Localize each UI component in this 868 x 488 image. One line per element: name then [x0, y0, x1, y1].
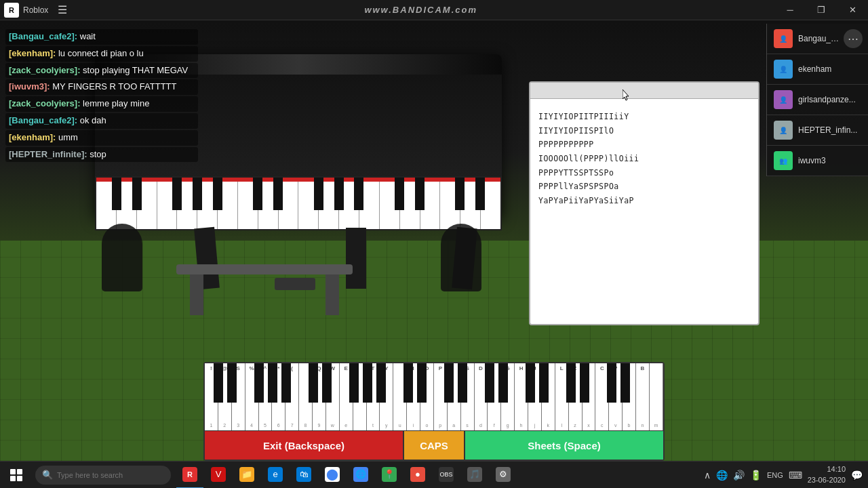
key-bottom-label: e — [344, 423, 347, 428]
key-bottom-label: 1 — [210, 423, 212, 428]
minimize-button[interactable]: ─ — [774, 0, 806, 20]
piano-black-key[interactable] — [214, 363, 223, 403]
start-button[interactable] — [0, 462, 33, 489]
player-list-item[interactable]: 👤ekenham — [767, 54, 868, 85]
piano-white-key[interactable]: Bn — [636, 363, 650, 430]
taskbar-app-media[interactable]: ● — [404, 462, 431, 489]
piano-black-key[interactable] — [539, 363, 549, 403]
piano-black-key[interactable] — [403, 363, 413, 403]
piano-black-key[interactable] — [417, 363, 427, 403]
piano-black-key[interactable] — [254, 363, 264, 403]
chat-panel: [Bangau_cafe2]: wait[ekenham]: lu connec… — [0, 24, 203, 169]
piano-ui-buttons: Exit (Backspace) CAPS Sheets (Space) — [205, 431, 663, 460]
taskbar-app-roblox[interactable]: R — [176, 462, 203, 489]
hamburger-icon[interactable]: ☰ — [58, 3, 67, 16]
piano-black-key[interactable] — [322, 363, 332, 403]
piano-black-key[interactable] — [227, 363, 237, 403]
sheet-music-line: PPPPllYaSPSPSPOa — [538, 180, 750, 194]
taskbar-app-store[interactable]: 🛍 — [290, 462, 317, 489]
chat-message: wait — [77, 31, 96, 41]
piano-keyboard-ui[interactable]: !1@2S3%4^5*6(78Q9WwEeTtYyuIiOoPpaSsDdfGg… — [203, 362, 665, 461]
search-icon: 🔍 — [42, 470, 53, 480]
player-list: ⋯ 👤Bangau_cafe2👤ekenham👤girlsandpanze...… — [766, 24, 868, 176]
piano-black-key[interactable] — [281, 363, 291, 403]
taskbar-app-obs[interactable]: OBS — [433, 462, 460, 489]
sheets-button[interactable]: Sheets (Space) — [465, 431, 663, 460]
player-name: ekenham — [798, 64, 831, 74]
chat-username: [Bangau_cafe2]: — [9, 115, 77, 125]
key-bottom-label: s — [466, 423, 469, 428]
key-top-label: ( — [291, 365, 293, 371]
key-bottom-label: n — [641, 423, 644, 428]
search-box[interactable]: 🔍 — [35, 466, 171, 485]
player-avatar: 👤 — [774, 60, 793, 79]
key-bottom-label: 2 — [223, 423, 226, 428]
piano-black-key[interactable] — [363, 363, 372, 403]
taskbar-app-maps[interactable]: 📍 — [376, 462, 403, 489]
key-bottom-label: k — [547, 423, 550, 428]
piano-black-key[interactable] — [444, 363, 454, 403]
taskbar-app-chrome2[interactable]: 🌐 — [347, 462, 374, 489]
battery-icon[interactable]: 🔋 — [750, 470, 762, 481]
taskbar-app-vivaldi[interactable]: V — [205, 462, 232, 489]
piano-black-key[interactable] — [309, 363, 318, 403]
tray-expand-icon[interactable]: ∧ — [704, 470, 711, 481]
obs-app-icon: OBS — [439, 467, 454, 482]
taskbar: 🔍 R V 📁 e 🛍 ⬤ 🌐 📍 ● OBS — [0, 461, 868, 488]
sheet-music-line: PPPPYTTSSPTSSPo — [538, 166, 750, 180]
titlebar: R Roblox ☰ www.BANDICAM.com ─ ❐ ✕ — [0, 0, 868, 20]
piano-black-key[interactable] — [485, 363, 494, 403]
piano-black-key[interactable] — [349, 363, 359, 403]
key-bottom-label: g — [507, 423, 509, 428]
key-bottom-label: 6 — [277, 423, 280, 428]
notifications-icon[interactable]: 💬 — [851, 470, 863, 481]
piano-black-key[interactable] — [268, 363, 277, 403]
chat-line: [HEPTER_infinite]: stop — [5, 147, 198, 163]
piano-black-key[interactable] — [607, 363, 616, 403]
key-top-label: D — [479, 365, 483, 371]
piano-black-key[interactable] — [498, 363, 508, 403]
piano-black-key[interactable] — [458, 363, 467, 403]
taskbar-apps: R V 📁 e 🛍 ⬤ 🌐 📍 ● OBS 🎵 — [176, 462, 517, 489]
piano-black-key[interactable] — [376, 363, 386, 403]
chat-line: [zack_coolyiers]: stop playing THAT MEGA… — [5, 63, 198, 79]
language-indicator[interactable]: ENG — [767, 471, 783, 479]
network-icon[interactable]: 🌐 — [716, 470, 728, 481]
taskbar-clock[interactable]: 14:10 23-06-2020 — [808, 464, 846, 485]
piano-black-key[interactable] — [566, 363, 576, 403]
piano-white-key[interactable]: m — [650, 363, 663, 430]
key-bottom-label: h — [520, 423, 523, 428]
key-bottom-label: 3 — [237, 423, 239, 428]
files-app-icon: 📁 — [239, 467, 254, 482]
taskbar-app-edge[interactable]: e — [262, 462, 289, 489]
key-bottom-label: o — [425, 423, 428, 428]
key-bottom-label: 7 — [291, 423, 294, 428]
key-top-label: E — [344, 365, 348, 371]
keyboard-icon[interactable]: ⌨ — [789, 470, 802, 481]
caps-button[interactable]: CAPS — [404, 431, 465, 460]
volume-icon[interactable]: 🔊 — [733, 470, 745, 481]
more-options-button[interactable]: ⋯ — [844, 29, 863, 48]
player-list-item[interactable]: 👥iwuvm3 — [767, 146, 868, 176]
player-list-item[interactable]: 👤girlsandpanze... — [767, 85, 868, 115]
close-button[interactable]: ✕ — [837, 0, 868, 20]
taskbar-app-chrome[interactable]: ⬤ — [319, 462, 346, 489]
search-input[interactable] — [57, 471, 164, 479]
piano-black-key[interactable] — [526, 363, 535, 403]
sheet-music-line: IOOOOOll(PPPP)llOiii — [538, 152, 750, 166]
taskbar-app-misc2[interactable]: ⚙ — [490, 462, 517, 489]
exit-button[interactable]: Exit (Backspace) — [205, 431, 404, 460]
chat-username: [zack_coolyiers]: — [9, 98, 81, 108]
chrome-app-icon: ⬤ — [325, 467, 340, 482]
edge-app-icon: e — [268, 467, 283, 482]
key-bottom-label: p — [439, 423, 441, 428]
roblox-icon: R — [4, 3, 19, 18]
key-top-label: * — [277, 365, 279, 371]
sheet-music-popup[interactable]: IIYIYIOPIITPIIIiiYIIYIYIOPIISPIlOPPPPPPP… — [529, 81, 760, 325]
piano-black-key[interactable] — [580, 363, 589, 403]
taskbar-app-files[interactable]: 📁 — [233, 462, 260, 489]
player-list-item[interactable]: 👤HEPTER_infin... — [767, 115, 868, 146]
maximize-button[interactable]: ❐ — [806, 0, 837, 20]
taskbar-app-misc1[interactable]: 🎵 — [461, 462, 488, 489]
piano-black-key[interactable] — [620, 363, 630, 403]
